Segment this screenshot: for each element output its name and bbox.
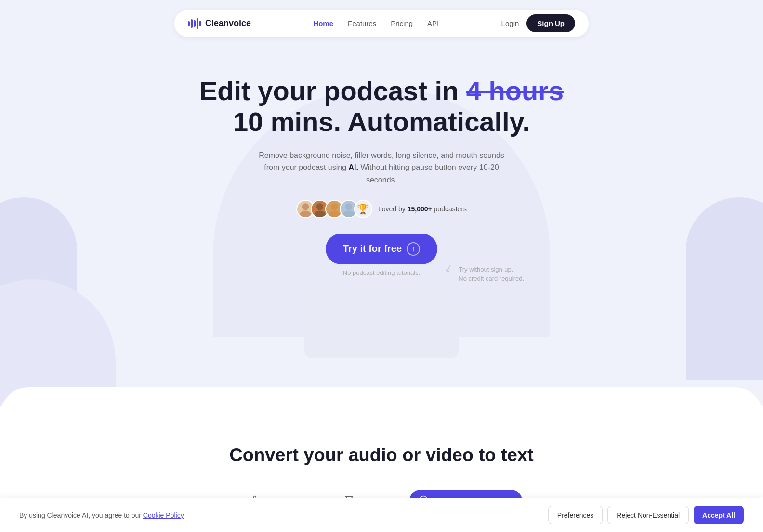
login-button[interactable]: Login (501, 19, 519, 27)
cookie-policy-link[interactable]: Cookie Policy (143, 511, 184, 519)
hero-subtitle: Remove background noise, filler words, l… (256, 149, 507, 186)
hero-subtitle-end: Without hitting pause button every 10-20… (358, 163, 499, 184)
accept-all-button[interactable]: Accept All (694, 506, 744, 524)
convert-section-title: Convert your audio or video to text (10, 445, 753, 466)
loved-count: 15,000+ (408, 205, 432, 213)
avatars: 🏆 (296, 200, 372, 218)
hero-section: Edit your podcast in 4 hours 10 mins. Au… (0, 47, 763, 368)
hero-card (304, 291, 459, 358)
nav-link-api[interactable]: API (427, 19, 439, 27)
svg-point-7 (343, 210, 354, 218)
hero-title-part1: Edit your podcast in (199, 76, 466, 106)
preferences-button[interactable]: Preferences (548, 506, 603, 524)
logo-bar-3 (194, 20, 196, 27)
logo-bar-1 (188, 21, 190, 26)
logo-bar-4 (197, 18, 198, 29)
annotation-line2: No credit card required. (459, 274, 524, 284)
cta-note: No podcast editing tutorials. (10, 269, 753, 276)
hero-subtitle-bold: AI. (349, 163, 358, 171)
hero-title: Edit your podcast in 4 hours 10 mins. Au… (10, 76, 753, 138)
nav-link-features[interactable]: Features (348, 19, 376, 27)
cookie-text-prefix: By using Cleanvoice AI, you agree to our (19, 511, 143, 519)
loved-suffix: podcasters (432, 205, 467, 213)
logo-bar-5 (199, 21, 201, 26)
cookie-buttons: Preferences Reject Non-Essential Accept … (548, 506, 744, 524)
nav-item-features[interactable]: Features (348, 19, 376, 28)
cta-arrow-icon: ↑ (407, 242, 420, 256)
cookie-text: By using Cleanvoice AI, you agree to our… (19, 511, 184, 519)
svg-point-2 (316, 203, 323, 210)
svg-point-3 (314, 210, 325, 218)
nav-right: Login Sign Up (501, 14, 575, 32)
loved-prefix: Loved by (378, 205, 408, 213)
try-without-annotation: ↙ Try without sign-up. No credit card re… (459, 265, 524, 284)
hero-title-strikethrough: 4 hours (466, 76, 564, 106)
nav-link-pricing[interactable]: Pricing (391, 19, 413, 27)
nav-link-home[interactable]: Home (313, 19, 333, 27)
annotation-line1: Try without sign-up. (459, 265, 524, 274)
svg-point-1 (300, 210, 311, 218)
logo-bar-2 (191, 19, 193, 28)
svg-point-5 (329, 210, 340, 218)
logo[interactable]: Cleanvoice (188, 18, 251, 29)
nav-item-home[interactable]: Home (313, 19, 333, 28)
cookie-bar: By using Cleanvoice AI, you agree to our… (0, 498, 763, 532)
nav-item-api[interactable]: API (427, 19, 439, 28)
hero-title-part2: 10 mins. Automatically. (233, 106, 530, 137)
try-free-button[interactable]: Try it for free ↑ (326, 234, 437, 264)
svg-point-0 (302, 203, 309, 210)
navbar: Cleanvoice Home Features Pricing API Log… (174, 10, 589, 37)
cta-container: Try it for free ↑ ↙ Try without sign-up.… (326, 234, 437, 264)
svg-point-6 (345, 203, 352, 210)
cta-label: Try it for free (343, 243, 402, 254)
svg-point-4 (331, 203, 338, 210)
logo-icon (188, 18, 201, 29)
loved-text: Loved by 15,000+ podcasters (378, 205, 467, 213)
nav-links: Home Features Pricing API (313, 19, 439, 28)
logo-text: Cleanvoice (205, 18, 251, 28)
avatar-group: 🏆 Loved by 15,000+ podcasters (10, 200, 753, 218)
nav-item-pricing[interactable]: Pricing (391, 19, 413, 28)
avatar-5: 🏆 (354, 200, 372, 218)
signup-button[interactable]: Sign Up (526, 14, 575, 32)
reject-non-essential-button[interactable]: Reject Non-Essential (607, 506, 689, 524)
